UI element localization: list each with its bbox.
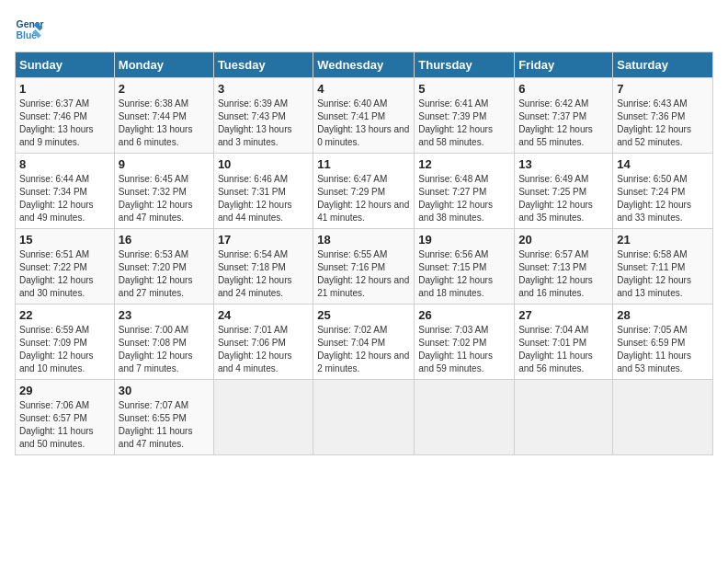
calendar-cell-22: 22Sunrise: 6:59 AMSunset: 7:09 PMDayligh… — [16, 304, 115, 380]
calendar-cell-16: 16Sunrise: 6:53 AMSunset: 7:20 PMDayligh… — [114, 229, 213, 304]
calendar-cell-empty — [515, 380, 613, 455]
calendar-cell-14: 14Sunrise: 6:50 AMSunset: 7:24 PMDayligh… — [613, 154, 713, 229]
day-header-monday: Monday — [114, 52, 213, 78]
calendar-cell-12: 12Sunrise: 6:48 AMSunset: 7:27 PMDayligh… — [415, 154, 515, 229]
day-header-sunday: Sunday — [16, 52, 115, 78]
calendar-cell-18: 18Sunrise: 6:55 AMSunset: 7:16 PMDayligh… — [313, 229, 415, 304]
day-header-thursday: Thursday — [415, 52, 515, 78]
calendar-cell-empty — [213, 380, 313, 455]
calendar-cell-9: 9Sunrise: 6:45 AMSunset: 7:32 PMDaylight… — [114, 154, 213, 229]
calendar-cell-1: 1Sunrise: 6:37 AMSunset: 7:46 PMDaylight… — [16, 78, 115, 154]
calendar-table: SundayMondayTuesdayWednesdayThursdayFrid… — [15, 52, 713, 455]
day-header-saturday: Saturday — [613, 52, 713, 78]
calendar-cell-27: 27Sunrise: 7:04 AMSunset: 7:01 PMDayligh… — [515, 304, 613, 380]
calendar-cell-25: 25Sunrise: 7:02 AMSunset: 7:04 PMDayligh… — [313, 304, 415, 380]
header: General Blue — [15, 15, 713, 44]
calendar-cell-19: 19Sunrise: 6:56 AMSunset: 7:15 PMDayligh… — [415, 229, 515, 304]
calendar-cell-6: 6Sunrise: 6:42 AMSunset: 7:37 PMDaylight… — [515, 78, 613, 154]
calendar-cell-24: 24Sunrise: 7:01 AMSunset: 7:06 PMDayligh… — [213, 304, 313, 380]
calendar-cell-8: 8Sunrise: 6:44 AMSunset: 7:34 PMDaylight… — [16, 154, 115, 229]
calendar-cell-23: 23Sunrise: 7:00 AMSunset: 7:08 PMDayligh… — [114, 304, 213, 380]
calendar-cell-29: 29Sunrise: 7:06 AMSunset: 6:57 PMDayligh… — [16, 380, 115, 455]
calendar-week-2: 8Sunrise: 6:44 AMSunset: 7:34 PMDaylight… — [16, 154, 713, 229]
calendar-cell-10: 10Sunrise: 6:46 AMSunset: 7:31 PMDayligh… — [213, 154, 313, 229]
calendar-week-4: 22Sunrise: 6:59 AMSunset: 7:09 PMDayligh… — [16, 304, 713, 380]
calendar-cell-7: 7Sunrise: 6:43 AMSunset: 7:36 PMDaylight… — [613, 78, 713, 154]
calendar-cell-15: 15Sunrise: 6:51 AMSunset: 7:22 PMDayligh… — [16, 229, 115, 304]
day-header-tuesday: Tuesday — [213, 52, 313, 78]
calendar-cell-3: 3Sunrise: 6:39 AMSunset: 7:43 PMDaylight… — [213, 78, 313, 154]
day-header-friday: Friday — [515, 52, 613, 78]
calendar-cell-28: 28Sunrise: 7:05 AMSunset: 6:59 PMDayligh… — [613, 304, 713, 380]
logo-icon: General Blue — [15, 15, 44, 44]
day-header-wednesday: Wednesday — [313, 52, 415, 78]
calendar-header-row: SundayMondayTuesdayWednesdayThursdayFrid… — [16, 52, 713, 78]
calendar-cell-20: 20Sunrise: 6:57 AMSunset: 7:13 PMDayligh… — [515, 229, 613, 304]
calendar-cell-30: 30Sunrise: 7:07 AMSunset: 6:55 PMDayligh… — [114, 380, 213, 455]
calendar-cell-4: 4Sunrise: 6:40 AMSunset: 7:41 PMDaylight… — [313, 78, 415, 154]
calendar-week-5: 29Sunrise: 7:06 AMSunset: 6:57 PMDayligh… — [16, 380, 713, 455]
calendar-cell-empty — [313, 380, 415, 455]
calendar-cell-26: 26Sunrise: 7:03 AMSunset: 7:02 PMDayligh… — [415, 304, 515, 380]
calendar-cell-11: 11Sunrise: 6:47 AMSunset: 7:29 PMDayligh… — [313, 154, 415, 229]
calendar-cell-13: 13Sunrise: 6:49 AMSunset: 7:25 PMDayligh… — [515, 154, 613, 229]
calendar-cell-21: 21Sunrise: 6:58 AMSunset: 7:11 PMDayligh… — [613, 229, 713, 304]
calendar-cell-5: 5Sunrise: 6:41 AMSunset: 7:39 PMDaylight… — [415, 78, 515, 154]
calendar-week-3: 15Sunrise: 6:51 AMSunset: 7:22 PMDayligh… — [16, 229, 713, 304]
calendar-cell-2: 2Sunrise: 6:38 AMSunset: 7:44 PMDaylight… — [114, 78, 213, 154]
logo: General Blue — [15, 15, 44, 44]
calendar-cell-17: 17Sunrise: 6:54 AMSunset: 7:18 PMDayligh… — [213, 229, 313, 304]
calendar-cell-empty — [415, 380, 515, 455]
calendar-cell-empty — [613, 380, 713, 455]
calendar-week-1: 1Sunrise: 6:37 AMSunset: 7:46 PMDaylight… — [16, 78, 713, 154]
